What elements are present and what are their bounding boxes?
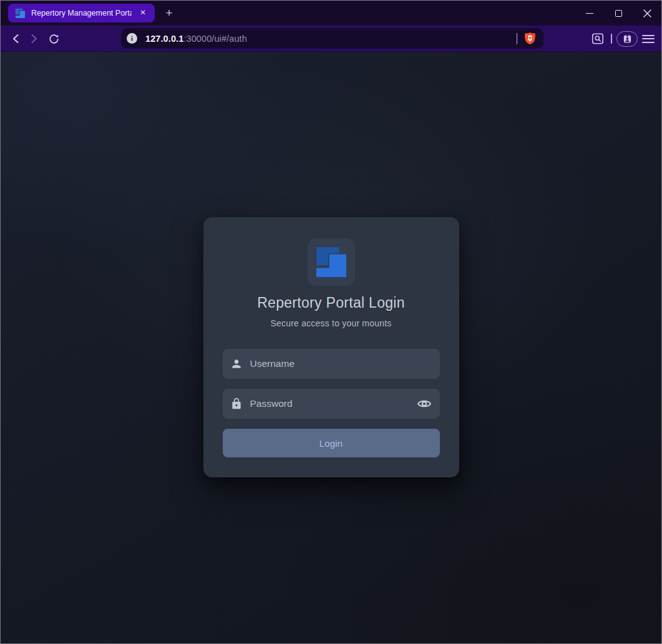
toggle-password-button[interactable] (415, 394, 434, 413)
maximize-icon (615, 10, 622, 17)
new-tab-button[interactable]: + (161, 5, 177, 21)
url-text: 127.0.0.1:30000/ui#/auth (145, 34, 247, 44)
back-button[interactable] (8, 26, 23, 52)
tab-bar: Repertory Management Portal ✕ + (1, 1, 661, 26)
browser-toolbar: 127.0.0.1:30000/ui#/auth (1, 26, 661, 52)
lock-icon (230, 398, 243, 410)
chevron-left-icon (12, 34, 19, 44)
username-input[interactable] (250, 358, 434, 369)
repertory-logo-icon (316, 246, 347, 278)
reload-button[interactable] (46, 26, 62, 52)
favicon-repertory-logo-icon (15, 8, 26, 19)
chevron-right-icon (31, 34, 38, 44)
menu-button[interactable] (642, 26, 655, 52)
tab-title: Repertory Management Portal (31, 9, 132, 17)
minimize-button[interactable] (575, 1, 604, 26)
username-field-container (223, 349, 440, 379)
login-card: Repertory Portal Login Secure access to … (203, 217, 459, 477)
repertory-logo (308, 238, 355, 286)
panel-search-icon (591, 32, 605, 46)
page-subtitle: Secure access to your mounts (271, 318, 392, 328)
eye-icon (417, 396, 432, 411)
tab-close-icon[interactable]: ✕ (137, 8, 148, 18)
reload-icon (48, 33, 60, 45)
person-badge-icon (623, 34, 632, 44)
page-title: Repertory Portal Login (257, 295, 405, 311)
maximize-button[interactable] (604, 1, 633, 26)
url-path: :30000/ui#/auth (183, 34, 246, 44)
window-controls (575, 1, 661, 26)
profile-button[interactable] (616, 31, 638, 47)
sidebar-button[interactable] (590, 26, 606, 52)
browser-window: Repertory Management Portal ✕ + 1 (0, 0, 662, 644)
forward-button[interactable] (27, 26, 42, 52)
password-input[interactable] (250, 398, 415, 409)
brave-shield-icon[interactable] (524, 32, 536, 45)
password-field-container (223, 389, 440, 419)
urlbar-right-group (517, 32, 537, 45)
close-icon (643, 9, 651, 17)
person-icon (230, 358, 243, 370)
hamburger-icon (642, 35, 655, 36)
site-info-icon[interactable] (127, 33, 137, 44)
page-background: Repertory Portal Login Secure access to … (1, 52, 661, 643)
tab-repertory-portal[interactable]: Repertory Management Portal ✕ (8, 4, 155, 22)
minimize-icon (586, 13, 593, 14)
urlbar-divider (517, 33, 518, 44)
url-host: 127.0.0.1 (145, 34, 183, 44)
address-bar[interactable]: 127.0.0.1:30000/ui#/auth (121, 28, 543, 49)
toolbar-divider (611, 34, 612, 44)
login-button[interactable]: Login (223, 429, 440, 457)
close-button[interactable] (633, 1, 661, 26)
